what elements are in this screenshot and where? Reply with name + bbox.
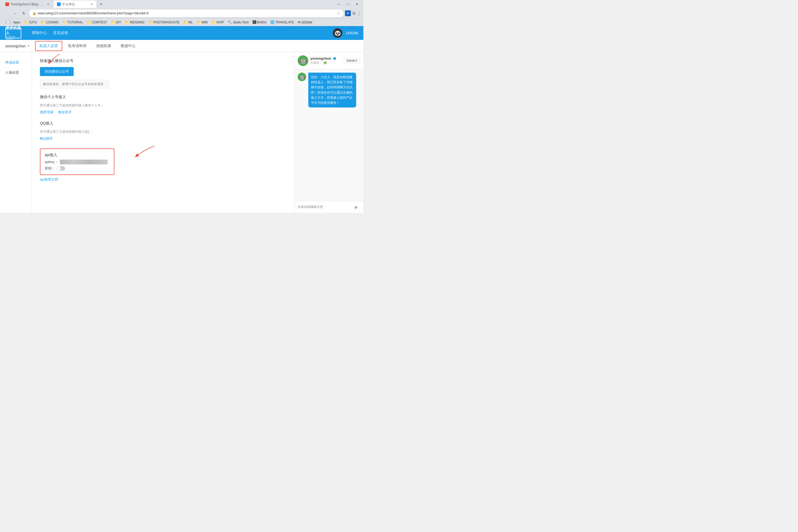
window-controls: — □ ✕	[335, 2, 361, 7]
tab-title-2: 个人中心	[62, 2, 75, 7]
wechat-official-section: 快速接入微信公众号 添加微信公众号	[40, 58, 286, 88]
chat-input-placeholder[interactable]: 快来和我聊聊天吧	[298, 205, 353, 209]
feedback-link[interactable]: 意见反馈	[53, 31, 68, 35]
bookmark-jiaofu[interactable]: 🔧 Jiaofu Tech	[226, 20, 251, 25]
bookmark-label-qqmail: QQMail	[301, 20, 312, 24]
bookmark-translate[interactable]: 🌐 TRANSLATE	[269, 20, 296, 25]
add-wechat-button[interactable]: 添加微信公众号	[40, 67, 74, 76]
bookmark-reading[interactable]: 📁 READING	[124, 20, 146, 25]
wechat-group-manager-link[interactable]: 微群管家	[40, 110, 54, 115]
subnav-data-center[interactable]: 数据中心	[117, 41, 139, 51]
tab-favicon-2	[57, 2, 61, 6]
share-label: 分享到：	[310, 61, 322, 65]
chevron-down-icon: ▼	[27, 44, 30, 48]
help-link[interactable]: 帮助中心	[32, 31, 47, 35]
msg-bubble: 您好，小主人，我是你刚创建的机器人，我已经具备了26项聊天技能，赶快和我聊天试试…	[308, 73, 356, 108]
forward-button[interactable]: →	[11, 10, 19, 17]
bookmark-qqmail[interactable]: ✉ QQMail	[296, 20, 314, 25]
chat-footer[interactable]: 快来和我聊聊天吧 ▶	[294, 201, 363, 213]
logo-box: 图灵机器人 TURING RoBoT	[5, 28, 21, 38]
jiaofu-icon: 🔧	[228, 20, 232, 24]
clear-chat-button[interactable]: 清除聊天	[344, 58, 360, 64]
secret-toggle[interactable]	[57, 166, 65, 171]
close-button[interactable]: ✕	[353, 2, 361, 7]
chat-message: 🤖 您好，小主人，我是你刚创建的机器人，我已经具备了26项聊天技能，赶快和我聊天…	[298, 73, 360, 108]
bookmark-ml[interactable]: 📁 ML	[182, 20, 194, 25]
star-icon[interactable]: ☆	[337, 11, 340, 15]
wechat-friend-helper-link[interactable]: 微友助手	[58, 110, 72, 115]
subnav-corpus[interactable]: 私有语料库	[64, 41, 91, 51]
sidebar-character-settings[interactable]: 人物设置	[0, 68, 32, 78]
sub-nav-username: yooongchun	[5, 44, 25, 48]
tab-2[interactable]: 个人中心 ✕	[54, 1, 96, 8]
chat-user-row: 🤖 yooongchun 分享到： 🌿 清除聊天	[298, 55, 360, 66]
bookmark-label-coding: CODING	[46, 20, 58, 24]
minimize-button[interactable]: —	[335, 2, 343, 7]
bookmark-label-nvip: NVIP	[216, 20, 224, 24]
refresh-button[interactable]: ↻	[20, 10, 28, 17]
top-nav-links: 帮助中心 意见反馈	[32, 31, 68, 35]
send-button[interactable]: ▶	[353, 203, 360, 211]
chat-header: 🤖 yooongchun 分享到： 🌿 清除聊天	[294, 52, 363, 70]
top-nav-right: 🐼 149348	[333, 28, 358, 38]
api-doc-link[interactable]: api使用文档	[40, 177, 58, 182]
tab-favicon-1	[5, 2, 9, 6]
baidu-icon: 🅱	[253, 20, 256, 24]
bookmark-label-ml: ML	[188, 20, 193, 24]
bookmark-sjtu[interactable]: 📁 SJTU	[22, 20, 39, 25]
wechat-personal-title: 微信个人号接入	[40, 95, 286, 99]
arrow-annotation-api	[130, 145, 157, 161]
sidebar-terminal-settings[interactable]: 终端设置	[0, 57, 32, 68]
bookmark-postgraduate[interactable]: 📁 POSTGRADUATE	[147, 20, 181, 25]
menu-button[interactable]: ⋮	[357, 11, 361, 16]
qqmail-icon: ✉	[298, 20, 301, 24]
bookmark-label-baidu: BAIDU	[257, 20, 267, 24]
bookmark-win[interactable]: 📁 WIN	[195, 20, 209, 25]
bookmark-baidu[interactable]: 🅱 BAIDU	[251, 20, 268, 25]
sub-nav-user[interactable]: yooongchun ▼	[5, 44, 35, 48]
bookmark-diy[interactable]: 📁 DIY	[109, 20, 123, 25]
left-sidebar: 终端设置 人物设置	[0, 52, 32, 213]
folder-icon-ml: 📁	[183, 20, 188, 24]
qq-title: QQ接入	[40, 121, 286, 126]
address-bar[interactable]: 🔒 ☆	[29, 10, 343, 17]
folder-icon-win: 📁	[196, 20, 201, 24]
bookmark-label-jiaofu: Jiaofu Tech	[233, 20, 249, 24]
bookmark-label-postgraduate: POSTGRADUATE	[153, 20, 179, 24]
bookmark-label-translate: TRANSLATE	[275, 20, 294, 24]
bookmarks-bar: ⋮⋮ Apps 📁 SJTU 📁 CODING 📁 TUTORIAL 📁 CON…	[0, 18, 363, 26]
tab-close-2[interactable]: ✕	[91, 2, 93, 6]
bookmark-coding[interactable]: 📁 CODING	[39, 20, 60, 25]
qq-desc: 您可通过第三方提供的插件接入QQ：	[40, 130, 286, 134]
bookmark-contest[interactable]: 📁 CONTEST	[85, 20, 109, 25]
sub-nav-items: 机器人设置 私有语料库 技能拓展 数据中心	[35, 41, 139, 51]
apps-icon: ⋮⋮	[4, 20, 12, 25]
wechat-share-icon: 🌿	[323, 61, 327, 65]
subnav-robot-settings[interactable]: 机器人设置	[35, 41, 62, 51]
back-button[interactable]: ←	[2, 10, 10, 17]
tab-1[interactable]: Yooongchun's Blog - CS... ✕	[2, 1, 53, 8]
extensions-icon[interactable]: ⧉	[353, 11, 355, 16]
tab-close-1[interactable]: ✕	[47, 2, 50, 6]
user-count: 149348	[345, 31, 358, 35]
wechat-official-title: 快速接入微信公众号	[40, 58, 286, 63]
bookmark-tutorial[interactable]: 📁 TUTORIAL	[61, 20, 84, 25]
tab-title-1: Yooongchun's Blog - CS...	[11, 2, 45, 6]
maximize-button[interactable]: □	[344, 2, 352, 7]
wechat-personal-links: 微群管家 微友助手	[40, 110, 286, 115]
extension-button[interactable]: P	[345, 11, 351, 16]
logo-main-text: 图灵机器人	[6, 26, 21, 35]
folder-icon-contest: 📁	[87, 20, 91, 24]
wechat-personal-desc: 您可通过第三方提供的插件接入微信个人号：	[40, 103, 286, 108]
new-tab-button[interactable]: +	[97, 1, 105, 8]
online-indicator	[333, 57, 336, 60]
url-input[interactable]	[38, 12, 337, 15]
page-content: 图灵机器人 TURING RoBoT 帮助中心 意见反馈 🐼 149348 yo…	[0, 26, 363, 213]
bookmark-apps[interactable]: ⋮⋮ Apps	[2, 19, 22, 25]
wechat-welcome-input[interactable]	[40, 80, 109, 88]
bookmark-nvip[interactable]: 📁 NVIP	[210, 20, 226, 25]
address-bar-row: ← → ↻ 🔒 ☆ P ⧉ ⋮	[0, 8, 363, 18]
subnav-skills[interactable]: 技能拓展	[93, 41, 115, 51]
api-secret-row: 密钥：	[45, 166, 110, 171]
coolq-plugin-link[interactable]: 酷Q插件	[40, 136, 53, 140]
